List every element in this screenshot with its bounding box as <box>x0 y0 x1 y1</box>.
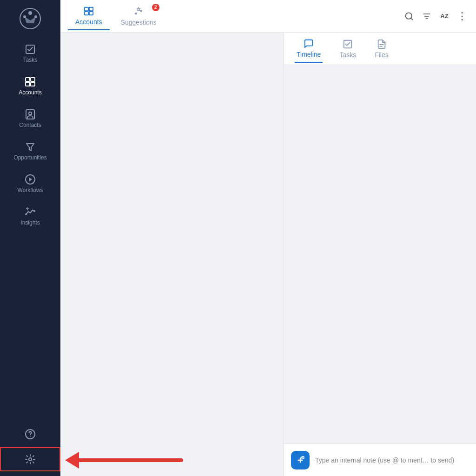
help-icon <box>25 429 36 440</box>
tab-bar-actions: AZ ⋮ <box>403 10 469 23</box>
sidebar-item-insights[interactable]: Insights <box>0 200 60 232</box>
suggestions-badge: 2 <box>152 4 159 11</box>
main-content: Accounts 2 Suggestions <box>60 0 476 476</box>
svg-point-16 <box>30 436 31 437</box>
detail-tab-timeline[interactable]: Timeline <box>295 35 323 63</box>
svg-point-13 <box>33 210 35 212</box>
svg-point-14 <box>25 213 27 215</box>
sidebar-item-label-workflows: Workflows <box>17 187 43 193</box>
files-icon <box>377 39 387 49</box>
filter-button[interactable] <box>420 10 433 23</box>
accounts-tab-icon <box>84 6 94 16</box>
composer-avatar <box>291 451 310 469</box>
composer-input-placeholder[interactable]: Type an internal note (use @ to ment… to… <box>315 456 469 464</box>
detail-tab-label-timeline: Timeline <box>297 51 321 58</box>
search-icon <box>404 12 414 21</box>
sidebar-item-contacts[interactable]: Contacts <box>0 102 60 135</box>
sidebar-item-settings[interactable] <box>0 447 60 471</box>
opportunities-icon <box>25 141 36 152</box>
sort-label: AZ <box>440 13 448 20</box>
svg-rect-7 <box>26 82 30 86</box>
insights-icon <box>25 206 36 218</box>
sidebar-item-label-accounts: Accounts <box>19 89 41 96</box>
sidebar-item-label-insights: Insights <box>20 219 40 226</box>
tab-accounts[interactable]: Accounts <box>68 2 110 30</box>
detail-tab-label-files: Files <box>375 51 389 59</box>
sidebar-nav: Tasks Accounts Contacts Oppo <box>0 37 60 423</box>
compose-icon <box>295 455 305 465</box>
svg-rect-21 <box>89 11 93 14</box>
detail-body <box>284 65 476 443</box>
sidebar: Tasks Accounts Contacts Oppo <box>0 0 60 476</box>
detail-tab-files[interactable]: Files <box>373 35 390 62</box>
composer-bar: Type an internal note (use @ to ment… to… <box>284 443 476 476</box>
settings-icon <box>25 454 36 465</box>
workflows-icon <box>25 174 36 185</box>
sidebar-item-accounts[interactable]: Accounts <box>0 70 60 102</box>
timeline-icon <box>304 39 314 49</box>
svg-rect-6 <box>31 78 35 81</box>
list-panel <box>60 33 284 476</box>
sidebar-item-label-tasks: Tasks <box>23 57 38 63</box>
tab-suggestions[interactable]: 2 Suggestions <box>113 3 164 30</box>
sidebar-item-help[interactable] <box>0 423 60 445</box>
search-button[interactable] <box>403 10 416 23</box>
sidebar-item-label-contacts: Contacts <box>19 122 41 128</box>
svg-rect-5 <box>26 78 30 81</box>
tab-bar: Accounts 2 Suggestions <box>60 0 476 33</box>
tab-label-accounts: Accounts <box>75 18 102 26</box>
svg-rect-20 <box>85 11 88 14</box>
sidebar-item-workflows[interactable]: Workflows <box>0 167 60 200</box>
svg-rect-19 <box>89 7 93 10</box>
suggestions-tab-icon <box>133 7 144 17</box>
sort-button[interactable]: AZ <box>438 10 451 23</box>
sidebar-bottom <box>0 423 60 476</box>
svg-rect-18 <box>85 7 88 10</box>
sidebar-item-label-opportunities: Opportunities <box>13 154 46 161</box>
tasks-detail-icon <box>343 39 353 49</box>
sidebar-item-tasks[interactable]: Tasks <box>0 37 60 70</box>
contacts-icon <box>25 109 36 120</box>
svg-point-17 <box>29 458 32 461</box>
tab-label-suggestions: Suggestions <box>121 19 157 26</box>
sidebar-item-opportunities[interactable]: Opportunities <box>0 135 60 167</box>
split-view: Timeline Tasks <box>60 33 476 476</box>
svg-point-10 <box>29 112 32 115</box>
detail-tab-label-tasks: Tasks <box>339 51 356 59</box>
app-logo[interactable] <box>16 5 44 33</box>
tasks-icon <box>25 44 36 55</box>
detail-panel: Timeline Tasks <box>284 33 476 476</box>
svg-rect-8 <box>31 82 35 86</box>
detail-tab-tasks[interactable]: Tasks <box>337 35 358 62</box>
more-icon: ⋮ <box>457 10 467 22</box>
svg-marker-12 <box>29 178 32 181</box>
more-button[interactable]: ⋮ <box>456 10 469 23</box>
detail-tabs: Timeline Tasks <box>284 33 476 65</box>
filter-icon <box>422 12 431 21</box>
svg-point-1 <box>28 11 32 15</box>
accounts-icon <box>25 76 36 87</box>
